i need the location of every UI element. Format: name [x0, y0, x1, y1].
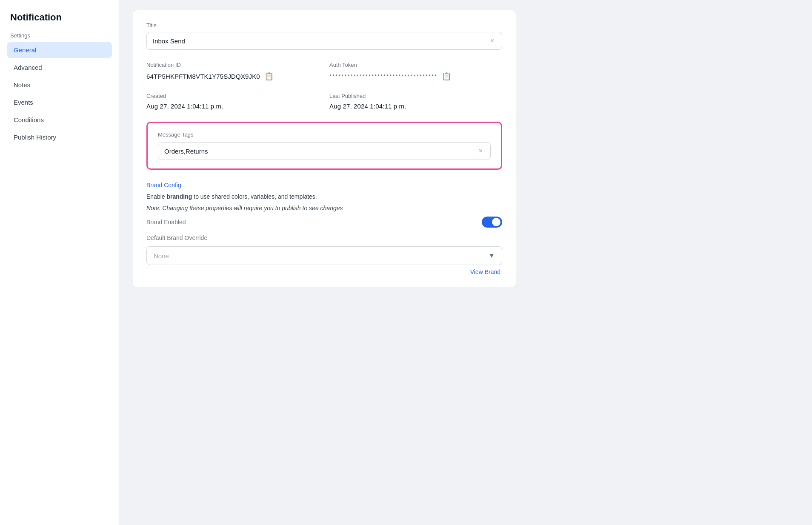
- title-value: Inbox Send: [153, 37, 489, 45]
- sidebar-settings-label: Settings: [7, 30, 112, 40]
- chevron-down-icon: ▼: [488, 252, 495, 260]
- notification-id-section: Notification ID 64TP5HKPFTM8VTK1Y75SJDQX…: [146, 62, 319, 81]
- last-published-value: Aug 27, 2024 1:04:11 p.m.: [329, 103, 502, 110]
- notification-id-copy-icon[interactable]: 📋: [264, 71, 274, 81]
- auth-token-row: ************************************ 📋: [329, 71, 502, 81]
- brand-enabled-label: Brand Enabled: [146, 219, 186, 225]
- message-tags-input-container: Orders,Returns ×: [158, 142, 491, 160]
- sidebar-item-notes[interactable]: Notes: [7, 77, 112, 93]
- auth-token-label: Auth Token: [329, 62, 502, 68]
- auth-token-copy-icon[interactable]: 📋: [442, 71, 451, 81]
- main-content: Title Inbox Send × Notification ID 64TP5…: [119, 0, 812, 525]
- view-brand-link[interactable]: View Brand: [146, 268, 502, 275]
- message-tags-clear-button[interactable]: ×: [477, 147, 484, 155]
- sidebar-item-events[interactable]: Events: [7, 94, 112, 110]
- brand-config-bold: branding: [166, 193, 192, 200]
- notification-id-label: Notification ID: [146, 62, 319, 68]
- auth-token-value: ************************************: [329, 73, 437, 80]
- id-token-row: Notification ID 64TP5HKPFTM8VTK1Y75SJDQX…: [146, 62, 502, 81]
- title-section: Title Inbox Send ×: [146, 22, 502, 50]
- auth-token-section: Auth Token *****************************…: [329, 62, 502, 81]
- message-tags-value: Orders,Returns: [164, 148, 477, 155]
- brand-config-title: Brand Config: [146, 182, 502, 188]
- message-tags-label: Message Tags: [158, 131, 491, 138]
- sidebar-item-advanced[interactable]: Advanced: [7, 60, 112, 75]
- created-label: Created: [146, 93, 319, 99]
- notification-id-row: 64TP5HKPFTM8VTK1Y75SJDQX9JK0 📋: [146, 71, 319, 81]
- brand-config-section: Brand Config Enable branding to use shar…: [146, 182, 502, 275]
- brand-enabled-row: Brand Enabled: [146, 215, 502, 229]
- sidebar-item-publish-history[interactable]: Publish History: [7, 129, 112, 145]
- created-section: Created Aug 27, 2024 1:04:11 p.m.: [146, 93, 319, 110]
- sidebar: Notification Settings General Advanced N…: [0, 0, 119, 525]
- sidebar-item-conditions[interactable]: Conditions: [7, 112, 112, 128]
- brand-config-description: Enable branding to use shared colors, va…: [146, 192, 502, 201]
- title-label: Title: [146, 22, 502, 29]
- brand-config-note: Note: Changing these properties will req…: [146, 205, 502, 211]
- dates-row: Created Aug 27, 2024 1:04:11 p.m. Last P…: [146, 93, 502, 110]
- created-value: Aug 27, 2024 1:04:11 p.m.: [146, 103, 319, 110]
- title-clear-button[interactable]: ×: [489, 37, 496, 45]
- sidebar-title: Notification: [7, 12, 112, 23]
- last-published-section: Last Published Aug 27, 2024 1:04:11 p.m.: [329, 93, 502, 110]
- brand-enabled-toggle[interactable]: [482, 217, 502, 228]
- last-published-label: Last Published: [329, 93, 502, 99]
- brand-override-select[interactable]: None ▼: [146, 246, 502, 265]
- notification-id-value: 64TP5HKPFTM8VTK1Y75SJDQX9JK0: [146, 73, 260, 80]
- toggle-knob: [492, 218, 500, 226]
- brand-override-placeholder: None: [154, 252, 169, 260]
- default-brand-override-row: Default Brand Override: [146, 233, 502, 243]
- title-input-container: Inbox Send ×: [146, 32, 502, 50]
- default-brand-override-label: Default Brand Override: [146, 234, 207, 241]
- sidebar-item-general[interactable]: General: [7, 42, 112, 58]
- message-tags-section: Message Tags Orders,Returns ×: [146, 122, 502, 170]
- content-card: Title Inbox Send × Notification ID 64TP5…: [133, 10, 516, 287]
